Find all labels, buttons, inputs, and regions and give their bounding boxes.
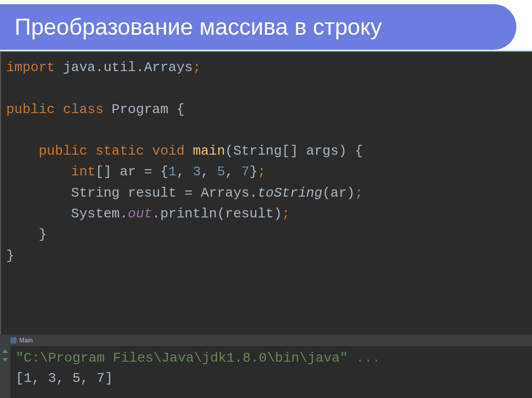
code-line-3: public class Program { xyxy=(6,99,532,120)
slide-title: Преобразование массива в строку xyxy=(15,14,382,40)
code-line-7: String result = Arrays.toString(ar); xyxy=(6,183,532,203)
stack-up-icon[interactable] xyxy=(3,349,8,353)
stack-down-icon[interactable] xyxy=(3,358,8,362)
console-tab-bar: Main xyxy=(0,335,532,346)
console-gutter xyxy=(0,346,10,398)
code-line-6: int[] ar = {1, 3, 5, 7}; xyxy=(6,161,532,182)
code-editor: import java.util.Arrays; public class Pr… xyxy=(0,52,532,335)
code-line-2 xyxy=(6,78,532,99)
code-line-10: } xyxy=(6,245,532,266)
console-tab-main[interactable]: Main xyxy=(10,337,33,344)
run-config-icon xyxy=(10,337,17,344)
code-line-8: System.out.println(result); xyxy=(6,203,532,224)
console-result-line: [1, 3, 5, 7] xyxy=(16,368,380,389)
code-line-5: public static void main(String[] args) { xyxy=(6,141,532,161)
console-command-line: "C:\Program Files\Java\jdk1.8.0\bin\java… xyxy=(16,348,380,368)
console-output: "C:\Program Files\Java\jdk1.8.0\bin\java… xyxy=(0,346,532,398)
console-tab-label: Main xyxy=(19,337,33,344)
slide-header: Преобразование массива в строку xyxy=(0,4,516,50)
code-line-9: } xyxy=(6,224,532,245)
editor-gutter xyxy=(0,52,1,335)
code-line-1: import java.util.Arrays; xyxy=(6,57,532,78)
console-text: "C:\Program Files\Java\jdk1.8.0\bin\java… xyxy=(10,346,385,398)
code-line-4 xyxy=(6,120,532,141)
